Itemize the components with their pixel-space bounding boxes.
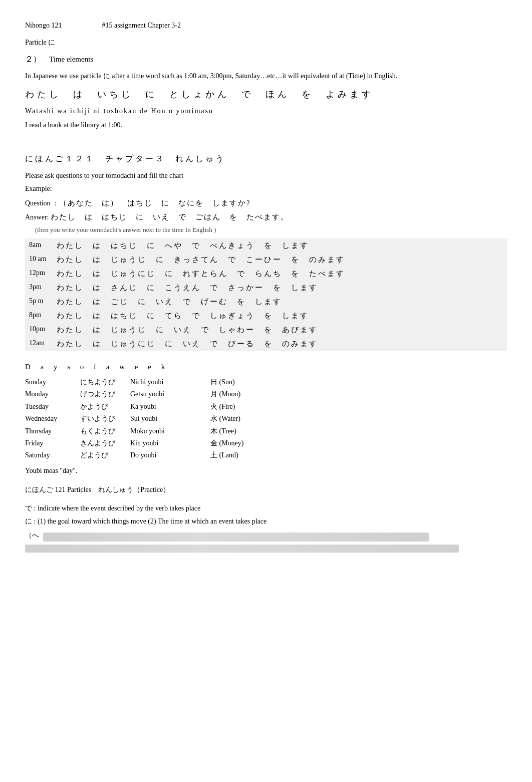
day-english: Tuesday <box>25 401 80 412</box>
chart-row: 3pmわたし は さんじ に こうえん で さっかー を します <box>25 281 507 295</box>
days-title: D a y s o f a w e e k <box>25 361 507 373</box>
particle-de-def: で : indicate where the event described b… <box>25 503 507 514</box>
chart-row: 8pmわたし は はちじ に てら で しゅぎょう を します <box>25 309 507 323</box>
question-text: （あなた は） はちじ に なにを しますか? <box>59 199 251 207</box>
day-english: Wednesday <box>25 413 80 424</box>
day-kanji: 土 (Land) <box>210 450 507 461</box>
section2-header: ２） Time elements <box>25 53 507 66</box>
chart-row: 12amわたし は じゅうにじ に いえ で びーる を のみます <box>25 337 507 351</box>
translation-sentence: I read a book at the library at 1:00. <box>25 120 507 131</box>
day-english: Thursday <box>25 426 80 437</box>
blurred-content <box>43 533 429 542</box>
japanese-sentence-cell: わたし は はちじ に へや で べんきょう を します <box>53 238 507 252</box>
qa-answer-line: Answer: わたし は はちじ に いえ で ごはん を たべます。 <box>25 211 507 223</box>
day-romaji: Ka youbi <box>130 401 210 412</box>
day-japanese: げつようび <box>80 389 130 400</box>
time-cell: 8pm <box>25 309 53 323</box>
day-kanji: 木 (Tree) <box>210 426 507 437</box>
day-kanji: 水 (Water) <box>210 413 507 424</box>
intro-paragraph: In Japanese we use particle に after a ti… <box>25 70 507 82</box>
time-cell: 8am <box>25 238 53 252</box>
time-cell: 5p m <box>25 295 53 309</box>
chart-row: 5p mわたし は ごじ に いえ で げーむ を します <box>25 295 507 309</box>
particle-definitions: で : indicate where the event described b… <box>25 503 507 528</box>
he-particle-line: （へ <box>25 530 507 541</box>
assignment-title: #15 assignment Chapter 3-2 <box>102 20 181 31</box>
practice-line: にほんご 121 Particles れんしゅう（Practice） <box>25 484 507 495</box>
japanese-sentence-cell: わたし は じゅうじ に いえ で しゃわー を あびます <box>53 323 507 337</box>
day-romaji: Getsu youbi <box>130 389 210 400</box>
question-label: Question ： <box>25 199 59 207</box>
blurred-line-2 <box>25 545 459 553</box>
chart-row: 8amわたし は はちじ に へや で べんきょう を します <box>25 238 507 252</box>
day-japanese: もくようび <box>80 426 130 437</box>
day-japanese: すいようび <box>80 413 130 424</box>
time-cell: 10 am <box>25 252 53 267</box>
qa-question-line: Question ：（あなた は） はちじ に なにを しますか? <box>25 197 507 209</box>
japanese-sentence-cell: わたし は さんじ に こうえん で さっかー を します <box>53 281 507 295</box>
day-romaji: Moku youbi <box>130 426 210 437</box>
particle-label: Particle に <box>25 39 55 46</box>
japanese-sentence: わたし は いちじ に としょかん で ほん を よみます <box>25 87 507 102</box>
japanese-sentence-cell: わたし は じゅうじ に きっさてん で こーひー を のみます <box>53 252 507 267</box>
japanese-sentence-cell: わたし は ごじ に いえ で げーむ を します <box>53 295 507 309</box>
day-english: Sunday <box>25 377 80 388</box>
day-english: Monday <box>25 389 80 400</box>
schedule-chart: 8amわたし は はちじ に へや で べんきょう を します10 amわたし … <box>25 238 507 351</box>
day-japanese: きんようび <box>80 438 130 449</box>
chart-row: 10pmわたし は じゅうじ に いえ で しゃわー を あびます <box>25 323 507 337</box>
particle-ni-def: に : (1) the goal toward which things mov… <box>25 516 507 527</box>
section2-title-text: Time elements <box>49 53 93 65</box>
day-kanji: 火 (Fire) <box>210 401 507 412</box>
time-cell: 3pm <box>25 281 53 295</box>
day-kanji: 日 (Sun) <box>210 377 507 388</box>
section3-title: にほんご１２１ チャプター３ れんしゅう <box>25 152 507 165</box>
japanese-sentence-cell: わたし は じゅうにじ に いえ で びーる を のみます <box>53 337 507 351</box>
time-cell: 10pm <box>25 323 53 337</box>
day-kanji: 月 (Moon) <box>210 389 507 400</box>
japanese-sentence-cell: わたし は はちじ に てら で しゅぎょう を します <box>53 309 507 323</box>
days-section: D a y s o f a w e e k SundayにちようびNichi y… <box>25 361 507 476</box>
header: Nihongo 121 #15 assignment Chapter 3-2 <box>25 20 507 31</box>
he-particle-text: （へ <box>25 530 39 541</box>
time-cell: 12am <box>25 337 53 351</box>
chart-row: 12pmわたし は じゅうにじ に れすとらん で らんち を たべます <box>25 267 507 281</box>
particle-heading: Particle に <box>25 37 507 48</box>
day-japanese: どようび <box>80 450 130 461</box>
day-romaji: Sui youbi <box>130 413 210 424</box>
days-grid: SundayにちようびNichi youbi日 (Sun)Mondayげつようび… <box>25 377 507 461</box>
romaji-sentence: Watashi wa ichiji ni toshokan de Hon o y… <box>25 106 507 117</box>
course-title: Nihongo 121 <box>25 20 62 31</box>
instructions-line1: Please ask questions to your tomodachi a… <box>25 170 507 181</box>
qa-note: (then you write your tomodachi's answer … <box>25 225 507 235</box>
section-number: ２） <box>25 53 41 66</box>
instructions-line2: Example: <box>25 183 507 194</box>
day-romaji: Kin youbi <box>130 438 210 449</box>
chart-row: 10 amわたし は じゅうじ に きっさてん で こーひー を のみます <box>25 252 507 267</box>
answer-label: Answer: <box>25 213 51 221</box>
day-japanese: かようび <box>80 401 130 412</box>
day-japanese: にちようび <box>80 377 130 388</box>
answer-text: わたし は はちじ に いえ で ごはん を たべます。 <box>51 213 289 221</box>
day-kanji: 金 (Money) <box>210 438 507 449</box>
japanese-sentence-cell: わたし は じゅうにじ に れすとらん で らんち を たべます <box>53 267 507 281</box>
day-english: Friday <box>25 438 80 449</box>
youbi-note: Youbi meas "day". <box>25 465 507 476</box>
day-romaji: Nichi youbi <box>130 377 210 388</box>
day-english: Saturday <box>25 450 80 461</box>
time-cell: 12pm <box>25 267 53 281</box>
day-romaji: Do youbi <box>130 450 210 461</box>
